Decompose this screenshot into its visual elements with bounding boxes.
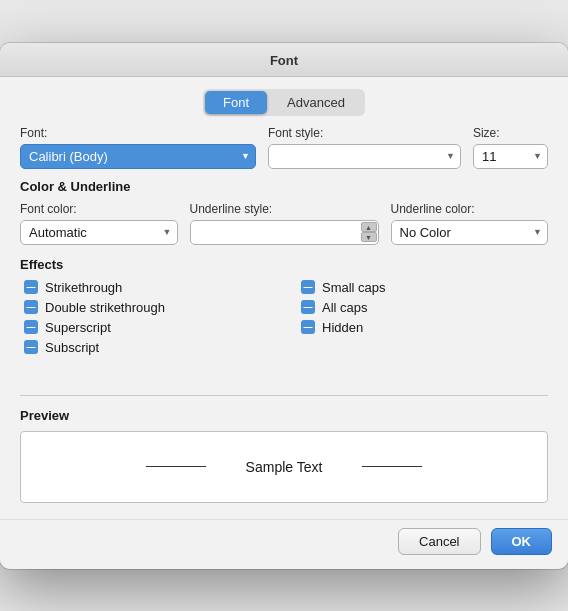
underline-style-field-group: Underline style: ▲ ▼	[190, 202, 379, 245]
effect-superscript[interactable]: Superscript	[24, 320, 271, 335]
font-color-select-wrapper: Automatic ▼	[20, 220, 178, 245]
font-select[interactable]: Calibri (Body)	[20, 144, 256, 169]
effect-subscript[interactable]: Subscript	[24, 340, 271, 355]
dialog-content: Font: Calibri (Body) ▼ Font style: ▼	[0, 126, 568, 519]
underline-style-label: Underline style:	[190, 202, 379, 216]
size-select[interactable]: 11	[473, 144, 548, 169]
size-label: Size:	[473, 126, 548, 140]
size-select-wrapper: 11 ▼	[473, 144, 548, 169]
strikethrough-label: Strikethrough	[45, 280, 122, 295]
strikethrough-checkbox[interactable]	[24, 280, 38, 294]
double-strikethrough-checkbox[interactable]	[24, 300, 38, 314]
font-dialog: Font Font Advanced Font: Calibri (Body) …	[0, 43, 568, 569]
cancel-button[interactable]: Cancel	[398, 528, 480, 555]
double-strikethrough-label: Double strikethrough	[45, 300, 165, 315]
superscript-label: Superscript	[45, 320, 111, 335]
preview-box: Sample Text	[20, 431, 548, 503]
effects-section: Effects Strikethrough Small caps Double …	[20, 257, 548, 355]
all-caps-checkbox[interactable]	[301, 300, 315, 314]
effect-small-caps[interactable]: Small caps	[301, 280, 548, 295]
underline-style-input[interactable]	[190, 220, 379, 245]
font-row: Font: Calibri (Body) ▼ Font style: ▼	[20, 126, 548, 169]
dialog-footer: Cancel OK	[0, 519, 568, 569]
hidden-checkbox[interactable]	[301, 320, 315, 334]
ok-button[interactable]: OK	[491, 528, 553, 555]
small-caps-checkbox[interactable]	[301, 280, 315, 294]
font-color-label: Font color:	[20, 202, 178, 216]
underline-style-decrement[interactable]: ▼	[361, 232, 377, 242]
tab-advanced[interactable]: Advanced	[269, 91, 363, 114]
spacer	[20, 359, 548, 383]
effect-all-caps[interactable]: All caps	[301, 300, 548, 315]
effect-double-strikethrough[interactable]: Double strikethrough	[24, 300, 271, 315]
font-field-group: Font: Calibri (Body) ▼	[20, 126, 256, 169]
superscript-checkbox[interactable]	[24, 320, 38, 334]
style-select[interactable]	[268, 144, 461, 169]
tab-font[interactable]: Font	[205, 91, 267, 114]
underline-color-label: Underline color:	[391, 202, 549, 216]
font-label: Font:	[20, 126, 256, 140]
hidden-label: Hidden	[322, 320, 363, 335]
preview-label: Preview	[20, 408, 548, 423]
preview-section: Preview Sample Text	[20, 395, 548, 503]
underline-style-stepper-arrows: ▲ ▼	[361, 220, 377, 245]
tab-bar: Font Advanced	[0, 77, 568, 126]
font-color-field-group: Font color: Automatic ▼	[20, 202, 178, 245]
subscript-checkbox[interactable]	[24, 340, 38, 354]
underline-color-field-group: Underline color: No Color ▼	[391, 202, 549, 245]
underline-style-stepper-wrapper: ▲ ▼	[190, 220, 379, 245]
color-underline-title: Color & Underline	[20, 179, 548, 194]
underline-color-select[interactable]: No Color	[391, 220, 549, 245]
tab-group: Font Advanced	[203, 89, 365, 116]
title-text: Font	[270, 53, 298, 68]
preview-sample: Sample Text	[146, 459, 423, 475]
effect-hidden[interactable]: Hidden	[301, 320, 548, 335]
font-color-select[interactable]: Automatic	[20, 220, 178, 245]
size-field-group: Size: 11 ▼	[473, 126, 548, 169]
effects-grid: Strikethrough Small caps Double striketh…	[20, 280, 548, 355]
style-select-wrapper: ▼	[268, 144, 461, 169]
preview-line-left	[146, 466, 206, 467]
preview-line-right	[362, 466, 422, 467]
effect-strikethrough[interactable]: Strikethrough	[24, 280, 271, 295]
subscript-label: Subscript	[45, 340, 99, 355]
effects-title: Effects	[20, 257, 548, 272]
all-caps-label: All caps	[322, 300, 368, 315]
font-select-wrapper: Calibri (Body) ▼	[20, 144, 256, 169]
preview-sample-text: Sample Text	[246, 459, 323, 475]
style-label: Font style:	[268, 126, 461, 140]
underline-style-increment[interactable]: ▲	[361, 222, 377, 232]
underline-color-select-wrapper: No Color ▼	[391, 220, 549, 245]
color-underline-row: Font color: Automatic ▼ Underline style:…	[20, 202, 548, 245]
style-field-group: Font style: ▼	[268, 126, 461, 169]
dialog-title: Font	[0, 43, 568, 77]
small-caps-label: Small caps	[322, 280, 386, 295]
